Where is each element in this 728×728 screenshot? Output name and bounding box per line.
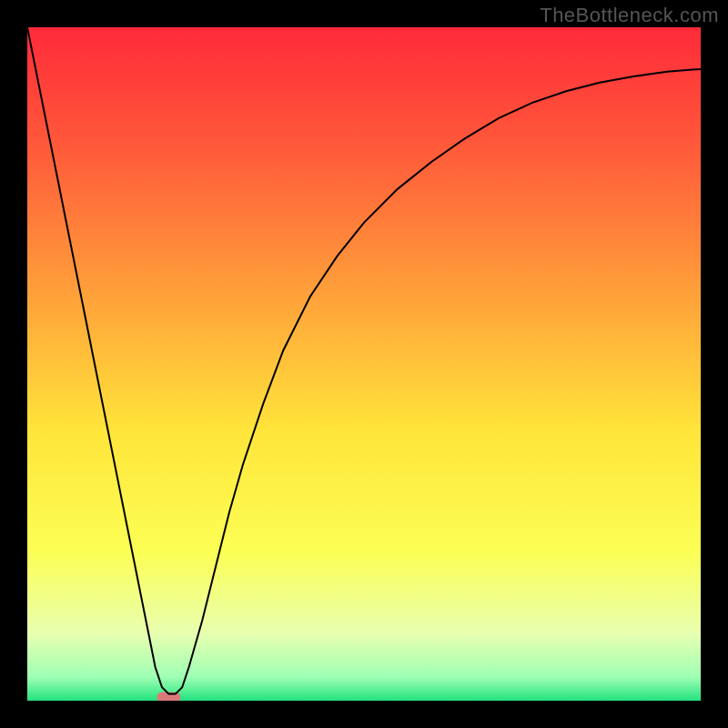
chart-frame: TheBottleneck.com: [0, 0, 728, 728]
bottleneck-chart: [27, 27, 701, 701]
gradient-background: [27, 27, 701, 701]
watermark-text: TheBottleneck.com: [540, 4, 719, 27]
